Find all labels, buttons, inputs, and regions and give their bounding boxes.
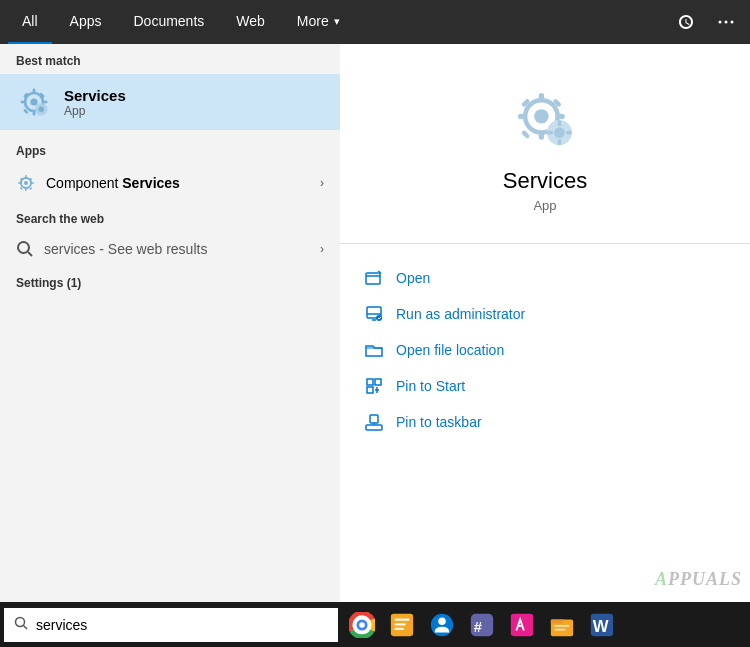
component-services-icon: [16, 173, 36, 193]
taskbar-file-explorer-icon[interactable]: [542, 605, 582, 645]
svg-line-52: [24, 626, 28, 630]
nav-right-icons: [670, 6, 742, 38]
action-pin-taskbar[interactable]: Pin to taskbar: [360, 404, 730, 440]
main-content: Best match: [0, 44, 750, 602]
best-match-subtitle: App: [64, 104, 126, 118]
admin-icon: [364, 304, 384, 324]
right-panel-subtitle: App: [533, 198, 556, 213]
svg-point-16: [24, 181, 28, 185]
taskbar-search-text: services: [36, 617, 87, 633]
top-nav: All Apps Documents Web More ▾: [0, 0, 750, 44]
svg-text:W: W: [593, 617, 609, 636]
svg-point-1: [725, 21, 728, 24]
search-web-chevron: ›: [320, 242, 324, 256]
open-icon: [364, 268, 384, 288]
action-run-admin[interactable]: Run as administrator: [360, 296, 730, 332]
right-panel: Services App Open: [340, 44, 750, 602]
svg-point-28: [534, 109, 548, 123]
right-panel-title: Services: [503, 168, 587, 194]
taskbar-chrome-icon[interactable]: [342, 605, 382, 645]
svg-rect-59: [395, 627, 404, 629]
svg-point-0: [719, 21, 722, 24]
svg-rect-6: [33, 110, 36, 115]
svg-point-51: [16, 618, 25, 627]
taskbar-word-icon[interactable]: W: [582, 605, 622, 645]
svg-rect-49: [366, 425, 382, 430]
svg-point-55: [359, 622, 365, 628]
svg-rect-41: [547, 131, 553, 135]
svg-rect-39: [558, 120, 562, 126]
apps-section-label: Apps: [0, 134, 340, 164]
taskbar-sticky-notes-icon[interactable]: [382, 605, 422, 645]
feedback-icon[interactable]: [670, 6, 702, 38]
component-services-chevron: ›: [320, 176, 324, 190]
settings-label: Settings (1): [0, 266, 340, 296]
taskbar-people-icon[interactable]: [422, 605, 462, 645]
nav-tab-documents[interactable]: Documents: [119, 0, 218, 44]
left-panel: Best match: [0, 44, 340, 602]
svg-rect-31: [518, 114, 527, 119]
more-options-icon[interactable]: [710, 6, 742, 38]
search-web-text: services - See web results: [44, 241, 207, 257]
svg-rect-17: [25, 175, 27, 178]
svg-rect-36: [521, 130, 531, 140]
action-pin-start[interactable]: Pin to Start: [360, 368, 730, 404]
svg-point-2: [731, 21, 734, 24]
svg-rect-66: [555, 625, 570, 627]
svg-point-45: [376, 315, 382, 321]
svg-text:#: #: [474, 618, 483, 634]
svg-rect-58: [395, 623, 406, 625]
best-match-title: Services: [64, 87, 126, 104]
nav-tab-all[interactable]: All: [8, 0, 52, 44]
taskbar-teams-icon[interactable]: #: [462, 605, 502, 645]
svg-rect-47: [375, 379, 381, 385]
svg-rect-57: [395, 618, 410, 620]
svg-rect-20: [31, 182, 34, 184]
pin-taskbar-icon: [364, 412, 384, 432]
best-match-text: Services App: [64, 87, 126, 118]
svg-rect-43: [366, 273, 380, 284]
search-web-icon: [16, 240, 34, 258]
component-services-name: Component Services: [46, 175, 180, 191]
svg-point-61: [438, 617, 445, 624]
component-services-item[interactable]: Component Services ›: [0, 164, 340, 202]
svg-point-25: [18, 242, 29, 253]
taskbar: services #: [0, 602, 750, 647]
appuals-watermark: APPUALS: [655, 563, 742, 591]
svg-rect-50: [370, 415, 378, 423]
svg-rect-19: [18, 182, 21, 184]
svg-rect-40: [558, 139, 562, 145]
svg-rect-29: [539, 93, 544, 102]
svg-point-38: [554, 127, 565, 138]
svg-rect-67: [555, 628, 566, 630]
search-web-item[interactable]: services - See web results ›: [0, 232, 340, 266]
svg-rect-7: [21, 101, 26, 104]
svg-rect-42: [566, 131, 572, 135]
right-panel-services-icon: [509, 84, 581, 156]
svg-rect-5: [33, 89, 36, 94]
taskbar-paint-icon[interactable]: [502, 605, 542, 645]
taskbar-search-bar[interactable]: services: [4, 608, 338, 642]
best-match-item[interactable]: Services App: [0, 74, 340, 130]
folder-icon: [364, 340, 384, 360]
action-open[interactable]: Open: [360, 260, 730, 296]
svg-point-4: [30, 98, 37, 105]
nav-tab-apps[interactable]: Apps: [56, 0, 116, 44]
svg-rect-18: [25, 188, 27, 191]
svg-rect-30: [539, 131, 544, 140]
svg-point-14: [39, 107, 44, 112]
taskbar-search-icon: [14, 616, 28, 633]
nav-tab-web[interactable]: Web: [222, 0, 279, 44]
services-app-icon: [16, 84, 52, 120]
nav-tab-more[interactable]: More ▾: [283, 0, 354, 44]
more-chevron-icon: ▾: [334, 15, 340, 28]
action-open-location[interactable]: Open file location: [360, 332, 730, 368]
svg-rect-32: [556, 114, 565, 119]
svg-line-26: [28, 252, 32, 256]
svg-rect-46: [367, 379, 373, 385]
right-panel-divider: [340, 243, 750, 244]
search-web-label: Search the web: [0, 202, 340, 232]
pin-start-icon: [364, 376, 384, 396]
action-list: Open Run as administrator: [340, 260, 750, 440]
svg-rect-48: [367, 387, 373, 393]
